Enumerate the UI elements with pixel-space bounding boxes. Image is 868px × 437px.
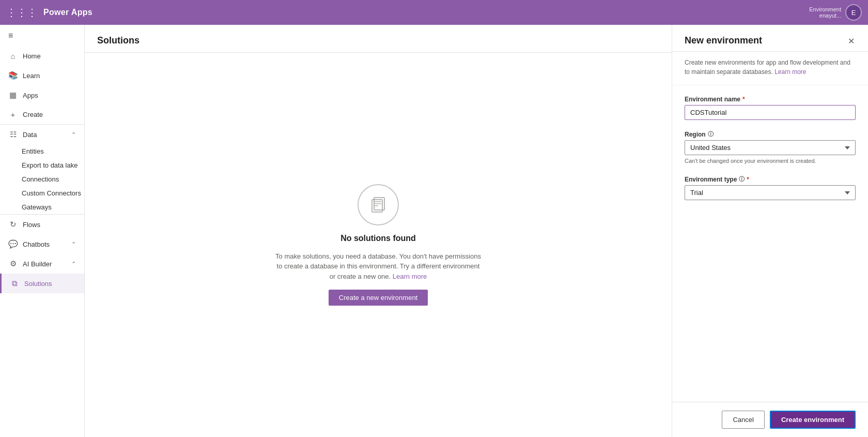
chatbots-chevron-icon: ⌃ <box>71 241 76 248</box>
sidebar-toggle-button[interactable]: ≡ <box>0 25 84 47</box>
sidebar-label-apps: Apps <box>23 92 38 99</box>
data-icon: ☷ <box>8 130 18 139</box>
no-solutions-desc: To make solutions, you need a database. … <box>275 251 482 282</box>
sidebar-item-flows[interactable]: ↻ Flows <box>0 215 84 234</box>
env-type-label: Environment type ⓘ * <box>685 175 856 183</box>
flows-icon: ↻ <box>8 220 18 229</box>
learn-icon: 📚 <box>8 71 18 80</box>
ai-builder-icon: ⚙ <box>8 259 18 268</box>
data-section: ☷ Data ⌃ Entities Export to data lake Co… <box>0 124 84 214</box>
content-area: Solutions No solutions found To make sol… <box>85 25 672 437</box>
region-label: Region ⓘ <box>685 130 856 138</box>
data-chevron-icon: ⌃ <box>71 131 76 138</box>
sidebar-item-connections[interactable]: Connections <box>0 172 84 186</box>
new-environment-panel: New environment ✕ Create new environment… <box>672 25 868 437</box>
env-type-field-group: Environment type ⓘ * Trial Production Sa… <box>685 175 856 200</box>
panel-title: New environment <box>685 35 762 46</box>
panel-learn-more-link[interactable]: Learn more <box>774 68 806 76</box>
region-info-icon[interactable]: ⓘ <box>708 130 714 138</box>
panel-subtitle: Create new environments for app and flow… <box>672 52 868 85</box>
sidebar-label-solutions: Solutions <box>24 280 52 288</box>
sidebar: ≡ ⌂ Home 📚 Learn ▦ Apps + Create ☷ Data … <box>0 25 85 437</box>
env-type-required: * <box>747 176 749 183</box>
panel-close-button[interactable]: ✕ <box>847 35 856 47</box>
sidebar-item-entities[interactable]: Entities <box>0 144 84 158</box>
apps-icon: ▦ <box>8 91 18 100</box>
sidebar-label-home: Home <box>23 52 41 60</box>
topbar-right: Environment enayut... E <box>809 4 862 21</box>
env-type-info-icon[interactable]: ⓘ <box>739 175 745 183</box>
env-name-required: * <box>742 96 745 103</box>
no-solutions-title: No solutions found <box>340 234 416 243</box>
sidebar-item-gateways[interactable]: Gateways <box>0 200 84 214</box>
region-field-group: Region ⓘ United States Europe Asia Austr… <box>685 130 856 165</box>
sidebar-item-data[interactable]: ☷ Data ⌃ <box>0 125 84 144</box>
env-name: enayut... <box>819 12 841 19</box>
solutions-icon: ⧉ <box>10 279 19 288</box>
sidebar-item-home[interactable]: ⌂ Home <box>0 47 84 66</box>
sidebar-label-flows: Flows <box>23 221 40 229</box>
panel-footer: Cancel Create environment <box>672 402 868 437</box>
main-layout: ≡ ⌂ Home 📚 Learn ▦ Apps + Create ☷ Data … <box>0 25 868 437</box>
sidebar-label-create: Create <box>23 111 43 118</box>
topbar: ⋮⋮⋮ Power Apps Environment enayut... E <box>0 0 868 25</box>
sidebar-item-create[interactable]: + Create <box>0 105 84 124</box>
sidebar-item-chatbots[interactable]: 💬 Chatbots ⌃ <box>0 234 84 254</box>
sidebar-item-export[interactable]: Export to data lake <box>0 158 84 172</box>
no-solutions-icon <box>358 184 399 225</box>
sidebar-label-learn: Learn <box>23 72 40 80</box>
sidebar-item-learn[interactable]: 📚 Learn <box>0 66 84 85</box>
content-body: No solutions found To make solutions, yo… <box>85 53 672 437</box>
learn-more-link[interactable]: Learn more <box>393 273 427 280</box>
env-type-select[interactable]: Trial Production Sandbox <box>685 185 856 200</box>
app-title: Power Apps <box>43 8 92 17</box>
create-new-environment-button[interactable]: Create a new environment <box>329 290 428 306</box>
sidebar-label-chatbots: Chatbots <box>23 240 50 248</box>
sidebar-label-ai-builder: AI Builder <box>23 260 52 268</box>
sidebar-item-ai-builder[interactable]: ⚙ AI Builder ⌃ <box>0 254 84 274</box>
flows-section: ↻ Flows <box>0 214 84 234</box>
sidebar-item-custom-connectors[interactable]: Custom Connectors <box>0 186 84 200</box>
ai-builder-chevron-icon: ⌃ <box>71 261 76 267</box>
waffle-menu-button[interactable]: ⋮⋮⋮ <box>6 6 37 19</box>
create-environment-button[interactable]: Create environment <box>770 411 856 429</box>
env-name-label: Environment name * <box>685 96 856 103</box>
sidebar-label-data: Data <box>23 131 37 139</box>
user-avatar[interactable]: E <box>845 4 862 21</box>
env-name-field-group: Environment name * <box>685 96 856 120</box>
region-select[interactable]: United States Europe Asia Australia Cana… <box>685 140 856 155</box>
env-name-input[interactable] <box>685 105 856 120</box>
sidebar-item-apps[interactable]: ▦ Apps <box>0 85 84 105</box>
region-note: Can't be changed once your environment i… <box>685 157 856 165</box>
page-title: Solutions <box>85 25 672 53</box>
panel-header: New environment ✕ <box>672 25 868 52</box>
home-icon: ⌂ <box>8 52 18 61</box>
environment-info: Environment enayut... <box>809 6 841 19</box>
chatbots-icon: 💬 <box>8 239 18 249</box>
env-label: Environment <box>809 6 841 12</box>
panel-body: Environment name * Region ⓘ United State… <box>672 85 868 402</box>
create-icon: + <box>8 110 18 119</box>
sidebar-item-solutions[interactable]: ⧉ Solutions <box>0 274 84 293</box>
cancel-button[interactable]: Cancel <box>722 411 764 429</box>
